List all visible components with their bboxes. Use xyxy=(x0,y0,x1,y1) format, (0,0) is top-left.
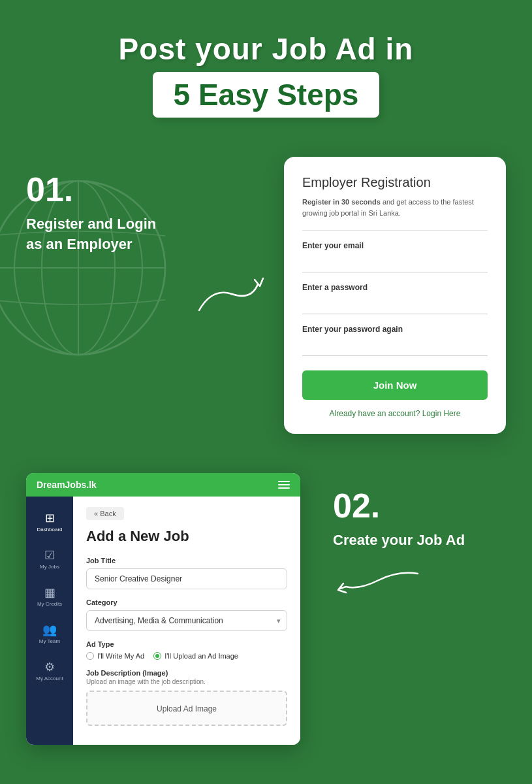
job-title-input[interactable] xyxy=(86,568,287,589)
radio-write-ad[interactable]: I'll Write My Ad xyxy=(86,652,144,660)
sidebar-item-myaccount[interactable]: ⚙ My Account xyxy=(26,653,73,688)
category-select[interactable]: Advertising, Media & Communication xyxy=(86,610,287,631)
reg-title: Employer Registration xyxy=(302,175,488,190)
login-link[interactable]: Already have an account? Login Here xyxy=(302,409,488,418)
ad-type-label: Ad Type xyxy=(86,640,287,648)
password-confirm-label: Enter your password again xyxy=(302,325,488,334)
sidebar-item-mycredits[interactable]: ▦ My Credits xyxy=(26,579,73,613)
email-label: Enter your email xyxy=(302,241,488,250)
job-desc-sublabel: Upload an image with the job description… xyxy=(86,678,287,685)
password-confirm-input[interactable] xyxy=(302,338,488,356)
sidebar-item-myteam[interactable]: 👥 My Team xyxy=(26,616,73,651)
category-label: Category xyxy=(86,598,287,606)
radio-upload-ad[interactable]: I'll Upload an Ad Image xyxy=(153,652,238,660)
step1-section: 01. Register and Login as an Employer Em… xyxy=(0,137,532,460)
header-section: Post your Job Ad in 5 Easy Steps xyxy=(0,0,532,137)
globe-decoration xyxy=(0,176,170,359)
step2-number: 02. xyxy=(333,486,506,525)
reg-divider xyxy=(302,230,488,231)
upload-text: Upload Ad Image xyxy=(157,704,217,713)
upload-area[interactable]: Upload Ad Image xyxy=(86,691,287,726)
step2-arrow xyxy=(333,564,424,603)
sidebar-label-mycredits: My Credits xyxy=(37,601,62,607)
hamburger-button[interactable] xyxy=(278,481,290,489)
sidebar-label-myaccount: My Account xyxy=(36,676,63,681)
hamburger-line1 xyxy=(278,481,290,482)
sidebar-label-myjobs: My Jobs xyxy=(40,564,59,570)
ad-type-radio-group: I'll Write My Ad I'll Upload an Ad Image xyxy=(86,652,287,660)
myjobs-icon: ☑ xyxy=(44,548,55,563)
step2-section: DreamJobs.lk ⊞ Dashboard ☑ My Jobs xyxy=(0,460,532,771)
dash-content: « Back Add a New Job Job Title Category … xyxy=(73,497,300,745)
dash-sidebar: ⊞ Dashboard ☑ My Jobs ▦ My Credits 👥 My … xyxy=(26,497,73,745)
sidebar-item-myjobs[interactable]: ☑ My Jobs xyxy=(26,542,73,576)
back-button[interactable]: « Back xyxy=(86,507,124,520)
hamburger-line2 xyxy=(278,484,290,485)
sidebar-item-dashboard[interactable]: ⊞ Dashboard xyxy=(26,504,73,539)
dash-body: ⊞ Dashboard ☑ My Jobs ▦ My Credits 👥 My … xyxy=(26,497,300,745)
sidebar-label-myteam: My Team xyxy=(39,638,60,644)
step2-right: 02. Create your Job Ad xyxy=(313,473,506,606)
join-now-button[interactable]: Join Now xyxy=(302,370,488,400)
dash-header: DreamJobs.lk xyxy=(26,473,300,497)
form-page-title: Add a New Job xyxy=(86,528,287,545)
hamburger-line3 xyxy=(278,487,290,489)
step2-description: Create your Job Ad xyxy=(333,531,506,551)
job-title-label: Job Title xyxy=(86,557,287,564)
radio-dot-write xyxy=(86,652,94,660)
mycredits-icon: ▦ xyxy=(44,585,55,600)
dash-logo: DreamJobs.lk xyxy=(37,480,97,490)
reg-subtitle: Register in 30 seconds and get access to… xyxy=(302,197,488,218)
dashboard-card: DreamJobs.lk ⊞ Dashboard ☑ My Jobs xyxy=(26,473,300,745)
password-label: Enter a password xyxy=(302,283,488,292)
job-desc-label: Job Description (Image) xyxy=(86,669,287,677)
myteam-icon: 👥 xyxy=(42,623,57,637)
myaccount-icon: ⚙ xyxy=(44,660,55,674)
dashboard-icon: ⊞ xyxy=(45,511,55,525)
title-badge: 5 Easy Steps xyxy=(153,72,380,118)
category-select-wrapper: Advertising, Media & Communication xyxy=(86,610,287,631)
registration-card: Employer Registration Register in 30 sec… xyxy=(284,157,506,434)
email-input[interactable] xyxy=(302,254,488,272)
password-input[interactable] xyxy=(302,296,488,314)
sidebar-label-dashboard: Dashboard xyxy=(37,527,62,532)
title-line1: Post your Job Ad in xyxy=(26,31,506,67)
radio-dot-upload xyxy=(153,652,161,660)
